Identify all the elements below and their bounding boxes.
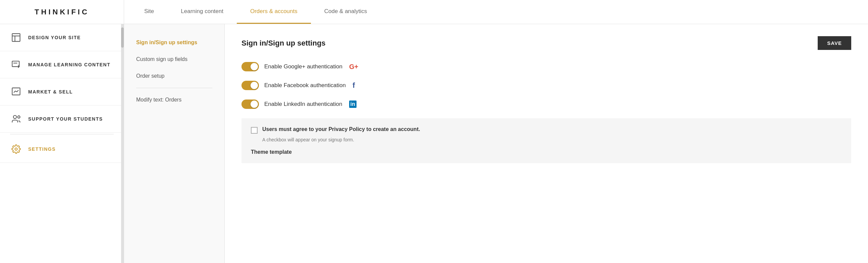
save-button[interactable]: SAVE (818, 36, 851, 50)
svg-rect-0 (12, 33, 20, 41)
google-auth-row: Enable Google+ authentication G+ (242, 62, 851, 71)
sub-sidebar: Sign in/Sign up settings Custom sign up … (124, 24, 225, 263)
theme-template-label: Theme template (251, 149, 842, 155)
privacy-policy-section: Users must agree to your Privacy Policy … (242, 118, 851, 163)
sidebar: Design Your Site Manage Learning Content… (0, 24, 124, 263)
sidebar-divider (10, 134, 114, 134)
privacy-policy-subtext: A checkbox will appear on your signup fo… (262, 137, 842, 142)
logo-area: THINKIFIC (0, 0, 124, 24)
layout-icon (10, 32, 22, 43)
privacy-policy-checkbox[interactable] (251, 127, 257, 134)
sub-sidebar-item-custom-sign-up[interactable]: Custom sign up fields (124, 51, 224, 68)
users-icon (10, 113, 22, 125)
main-panel: Sign in/Sign up settings SAVE Enable Goo… (225, 24, 868, 263)
tab-learning-content[interactable]: Learning content (167, 0, 237, 24)
svg-point-6 (13, 116, 17, 119)
main-area: Design Your Site Manage Learning Content… (0, 24, 868, 263)
edit-icon (10, 59, 22, 71)
sidebar-item-manage-learning-content[interactable]: Manage Learning Content (0, 51, 124, 78)
sub-sidebar-divider (136, 88, 212, 88)
linkedin-auth-row: Enable LinkedIn authentication in (242, 99, 851, 109)
facebook-icon: f (352, 81, 355, 90)
panel-header: Sign in/Sign up settings SAVE (242, 36, 851, 50)
sidebar-item-settings[interactable]: Settings (0, 136, 124, 163)
linkedin-icon: in (349, 100, 356, 108)
tab-site[interactable]: Site (131, 0, 167, 24)
sidebar-item-label: Design Your Site (28, 35, 81, 40)
sidebar-item-label: Support Your Students (28, 116, 103, 122)
sub-sidebar-item-order-setup[interactable]: Order setup (124, 68, 224, 85)
facebook-auth-row: Enable Facebook authentication f (242, 81, 851, 90)
svg-point-7 (18, 116, 20, 118)
sub-content: Sign in/Sign up settings Custom sign up … (124, 24, 868, 263)
nav-tabs: Site Learning content Orders & accounts … (124, 0, 868, 24)
toggle-knob (251, 63, 258, 70)
policy-row: Users must agree to your Privacy Policy … (251, 126, 842, 134)
panel-title: Sign in/Sign up settings (242, 39, 326, 47)
tab-orders-accounts[interactable]: Orders & accounts (237, 0, 311, 24)
gear-icon (10, 143, 22, 155)
facebook-auth-label: Enable Facebook authentication (264, 82, 346, 89)
google-auth-label: Enable Google+ authentication (264, 63, 342, 70)
sub-sidebar-item-sign-in[interactable]: Sign in/Sign up settings (124, 34, 224, 51)
svg-point-8 (15, 148, 18, 151)
scroll-thumb (121, 28, 124, 47)
top-nav: THINKIFIC Site Learning content Orders &… (0, 0, 868, 24)
toggle-knob (251, 100, 258, 108)
sidebar-item-label: Market & Sell (28, 89, 73, 95)
tab-code-analytics[interactable]: Code & analytics (311, 0, 381, 24)
sidebar-item-label: Settings (28, 146, 56, 152)
scrollbar[interactable] (121, 24, 124, 263)
chart-icon (10, 86, 22, 98)
sidebar-item-design-your-site[interactable]: Design Your Site (0, 24, 124, 51)
facebook-auth-toggle[interactable] (242, 81, 259, 90)
privacy-policy-text: Users must agree to your Privacy Policy … (262, 126, 420, 132)
google-auth-toggle[interactable] (242, 62, 259, 71)
sidebar-item-market-sell[interactable]: Market & Sell (0, 78, 124, 105)
sub-sidebar-item-modify-text-orders[interactable]: Modify text: Orders (124, 92, 224, 108)
toggle-knob (251, 82, 258, 89)
linkedin-auth-toggle[interactable] (242, 99, 259, 109)
sidebar-item-label: Manage Learning Content (28, 62, 110, 67)
sidebar-item-support-your-students[interactable]: Support Your Students (0, 105, 124, 133)
google-plus-icon: G+ (349, 63, 358, 71)
linkedin-auth-label: Enable LinkedIn authentication (264, 101, 342, 107)
logo: THINKIFIC (35, 8, 89, 17)
